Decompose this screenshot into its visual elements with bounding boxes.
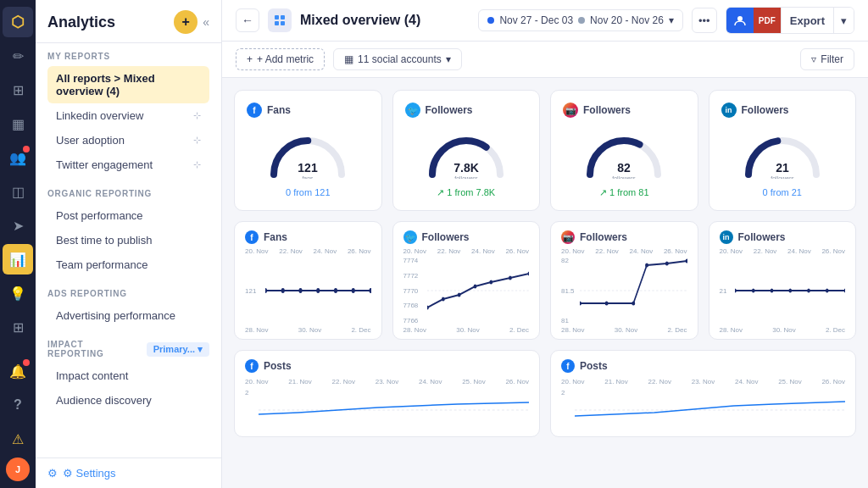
svg-point-38 [751, 289, 754, 293]
sidebar-item-linkedin[interactable]: Linkedin overview ⊹ [47, 103, 209, 128]
people-icon[interactable]: 👥 [3, 142, 33, 173]
chart-fb-fans: f Fans 20. Nov22. Nov24. Nov26. Nov 121 [234, 221, 382, 340]
ads-section: ADS REPORTING Advertising performance [36, 280, 221, 331]
lightbulb-icon[interactable]: 💡 [3, 278, 33, 308]
sidebar-item-mixed-overview[interactable]: All reports > Mixed overview (4) [47, 66, 209, 103]
dashboard: f Fans 121 fans 0 from 121 🐦 Followers [222, 78, 868, 488]
back-button[interactable]: ← [236, 8, 259, 32]
gauge-li-followers: 21 followers [740, 128, 825, 179]
export-chevron-button[interactable]: ▾ [833, 8, 854, 33]
logo-icon[interactable]: ⬡ [3, 7, 33, 37]
svg-rect-0 [275, 15, 279, 19]
svg-point-40 [788, 289, 792, 293]
svg-rect-3 [281, 21, 285, 25]
svg-text:21: 21 [776, 161, 789, 175]
date-dot-current [487, 17, 494, 24]
grid-icon[interactable]: ⊞ [3, 75, 33, 105]
fb-posts-icon-2: f [561, 359, 575, 373]
date-range-button[interactable]: Nov 27 - Dec 03 Nov 20 - Nov 26 ▾ [478, 9, 682, 31]
li-followers-chart-area: 21 [720, 257, 846, 324]
compose-icon[interactable]: ✏ [3, 41, 33, 71]
svg-point-43 [843, 289, 845, 293]
warning-icon[interactable]: ⚠ [3, 424, 33, 454]
add-metric-button[interactable]: + + Add metric [236, 48, 325, 70]
sidebar-item-team-performance[interactable]: Team performance [47, 252, 209, 277]
sidebar: Analytics + « MY REPORTS All reports > M… [36, 0, 222, 488]
social-accounts-button[interactable]: ▦ 11 social accounts ▾ [333, 48, 462, 70]
sidebar-item-twitter-engagement[interactable]: Twitter engagement ⊹ [47, 152, 209, 177]
inbox-icon[interactable]: ◫ [3, 176, 33, 207]
export-button[interactable]: Export [781, 8, 833, 33]
svg-text:followers: followers [612, 175, 636, 179]
svg-text:followers: followers [454, 175, 478, 179]
sidebar-item-best-time[interactable]: Best time to publish [47, 228, 209, 252]
bell-icon[interactable]: 🔔 [3, 356, 33, 386]
my-reports-label: MY REPORTS [47, 52, 209, 61]
svg-point-24 [457, 293, 460, 297]
impact-badge[interactable]: Primary... ▾ [147, 342, 209, 357]
svg-text:followers: followers [771, 175, 794, 179]
svg-point-14 [265, 288, 267, 293]
date-range-prev: Nov 20 - Nov 26 [590, 14, 664, 26]
date-dot-prev [578, 17, 585, 24]
svg-point-20 [369, 288, 370, 293]
impact-section: IMPACT REPORTING Primary... ▾ Impact con… [36, 331, 221, 416]
fb-fans-chart-area: 121 [245, 257, 371, 324]
new-report-button[interactable]: + [174, 10, 198, 34]
settings-button[interactable]: ⚙ ⚙ Settings [36, 458, 221, 488]
analytics-icon[interactable]: 📊 [3, 244, 33, 274]
my-reports-section: MY REPORTS All reports > Mixed overview … [36, 43, 221, 180]
ig-chart-icon: 📷 [561, 230, 575, 244]
svg-rect-1 [281, 15, 285, 19]
more-options-button[interactable]: ••• [692, 8, 717, 33]
tw-chart-title: Followers [422, 231, 470, 243]
share-user-button[interactable] [726, 8, 754, 33]
svg-point-33 [645, 263, 648, 268]
fb-chart-icon: f [245, 230, 259, 244]
export-pdf-button[interactable]: PDF [754, 8, 781, 33]
posts-card-fb-1: f Posts 20. Nov21. Nov22. Nov23. Nov24. … [234, 350, 540, 437]
filter-button[interactable]: ▿ Filter [800, 48, 854, 70]
send-icon[interactable]: ➤ [3, 210, 33, 241]
sidebar-item-user-adoption[interactable]: User adoption ⊹ [47, 128, 209, 152]
report-icon [268, 8, 292, 32]
sidebar-item-impact-content[interactable]: Impact content [47, 363, 209, 388]
svg-point-23 [441, 297, 444, 302]
svg-point-4 [737, 16, 743, 21]
svg-point-27 [509, 276, 512, 280]
chart-bar-icon: ▦ [344, 53, 353, 65]
sidebar-title: Analytics [47, 14, 115, 31]
gear-icon: ⚙ [47, 467, 58, 480]
svg-point-19 [352, 288, 355, 293]
li-chart-title: Followers [738, 231, 786, 243]
sidebar-item-advertising[interactable]: Advertising performance [47, 303, 209, 328]
main-content: ← Mixed overview (4) Nov 27 - Dec 03 Nov… [222, 0, 868, 488]
li-followers-label: Followers [742, 104, 789, 116]
card-fb-fans-gauge: f Fans 121 fans 0 from 121 [234, 90, 382, 211]
date-range-current: Nov 27 - Dec 03 [499, 14, 573, 26]
li-followers-delta: 0 from 21 [763, 187, 802, 197]
avatar[interactable]: J [6, 458, 30, 481]
chart-ig-followers: 📷 Followers 20. Nov22. Nov24. Nov26. Nov… [550, 221, 698, 340]
filterbar: + + Add metric ▦ 11 social accounts ▾ ▿ … [222, 42, 868, 78]
svg-point-32 [632, 302, 635, 306]
facebook-icon: f [247, 103, 262, 118]
impact-label: IMPACT REPORTING [47, 340, 142, 358]
question-icon[interactable]: ? [3, 390, 33, 420]
card-ig-followers-gauge: 📷 Followers 82 followers ↗ 1 from 81 [550, 90, 698, 211]
svg-point-25 [473, 285, 476, 289]
instagram-icon: 📷 [563, 103, 578, 118]
ads-label: ADS REPORTING [47, 289, 209, 298]
sidebar-item-post-performance[interactable]: Post performance [47, 203, 209, 228]
calendar-icon[interactable]: ▦ [3, 108, 33, 139]
svg-text:82: 82 [617, 161, 631, 175]
svg-point-15 [281, 288, 285, 293]
svg-point-28 [527, 272, 529, 276]
chevron-down-icon: ▾ [669, 14, 674, 26]
sidebar-collapse-button[interactable]: « [203, 15, 209, 29]
svg-point-30 [580, 302, 581, 306]
sidebar-item-audience-discovery[interactable]: Audience discovery [47, 388, 209, 413]
gauge-fb-fans: 121 fans [265, 128, 350, 179]
li-chart-icon: in [720, 230, 733, 244]
apps-icon[interactable]: ⊞ [3, 312, 33, 342]
